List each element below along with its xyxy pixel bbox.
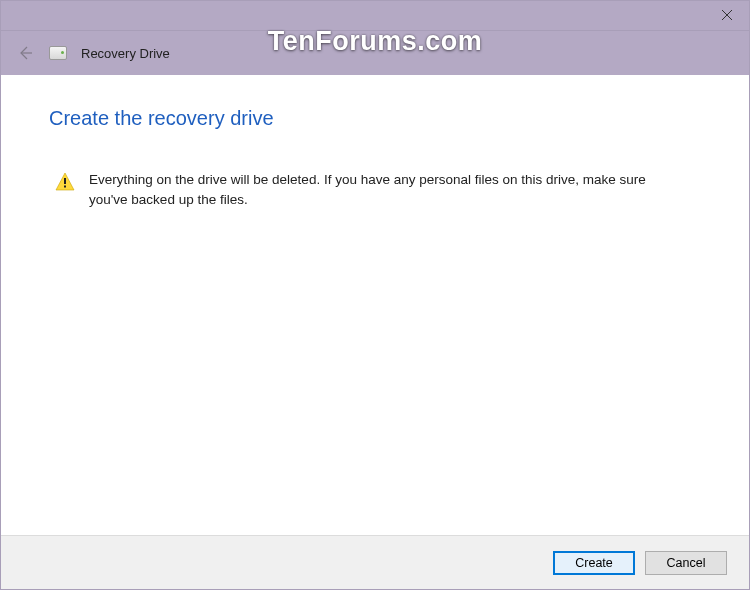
svg-rect-3 [64,178,66,184]
wizard-content: Create the recovery drive Everything on … [1,75,749,535]
svg-rect-4 [64,186,66,188]
wizard-footer: Create Cancel [1,535,749,589]
warning-icon [55,172,75,196]
warning-text: Everything on the drive will be deleted.… [89,170,659,209]
recovery-drive-window: Recovery Drive Create the recovery drive… [0,0,750,590]
page-title: Create the recovery drive [49,107,701,130]
wizard-header: Recovery Drive [1,31,749,75]
create-button[interactable]: Create [553,551,635,575]
back-arrow-icon [17,45,33,61]
titlebar [1,1,749,31]
close-icon [722,10,732,20]
cancel-button[interactable]: Cancel [645,551,727,575]
close-button[interactable] [704,1,749,29]
back-button[interactable] [15,43,35,63]
wizard-title: Recovery Drive [81,46,170,61]
warning-message: Everything on the drive will be deleted.… [49,170,701,209]
drive-icon [49,46,67,60]
